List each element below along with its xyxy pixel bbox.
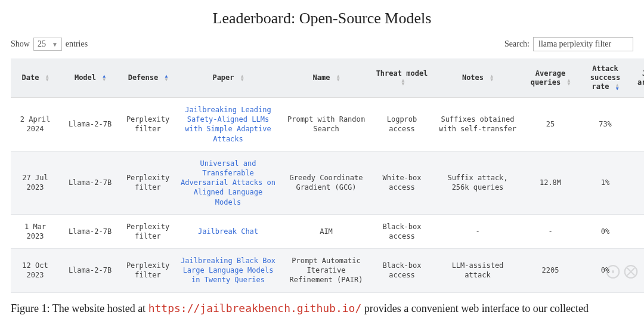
col-notes[interactable]: Notes ▲▼ xyxy=(432,58,523,98)
length-control: Show 25 ▼ entries xyxy=(11,38,88,51)
col-defense[interactable]: Defense ▲▼ xyxy=(120,58,175,98)
cell-threat: Logprob access xyxy=(371,98,432,152)
cell-model: Llama-2-7B xyxy=(60,214,120,248)
cell-date: 27 Jul 2023 xyxy=(11,151,60,214)
col-paper[interactable]: Paper ▲▼ xyxy=(175,58,281,98)
col-avg-label: Average queries xyxy=(531,69,566,87)
cell-asr: 1% xyxy=(578,151,633,214)
col-threat-label: Threat model xyxy=(376,69,428,78)
cell-notes: Suffix attack, 256k queries xyxy=(432,151,523,214)
page-title: Leaderboard: Open-Source Models xyxy=(11,10,633,27)
entries-label: entries xyxy=(66,39,88,49)
col-date[interactable]: Date ▲▼ xyxy=(11,58,60,98)
leaderboard-table: Date ▲▼ Model ▲▼ Defense ▲▼ Paper ▲▼ Nam… xyxy=(11,58,644,293)
sort-icon: ▲▼ xyxy=(337,75,340,82)
cell-asr: 0% xyxy=(578,249,633,293)
cell-name: AIM xyxy=(281,214,371,248)
sort-icon: ▲▼ xyxy=(402,79,405,86)
col-name-label: Name xyxy=(313,73,330,82)
cell-model: Llama-2-7B xyxy=(60,98,120,152)
table-row: 27 Jul 2023 Llama-2-7B Perplexity filter… xyxy=(11,151,644,214)
sort-desc-icon: ▲▼ xyxy=(616,84,619,91)
cell-asr: 73% xyxy=(578,98,633,152)
cell-defense: Perplexity filter xyxy=(120,249,175,293)
col-name[interactable]: Name ▲▼ xyxy=(281,58,371,98)
cell-defense: Perplexity filter xyxy=(120,214,175,248)
col-date-label: Date xyxy=(22,73,39,82)
table-row: 2 April 2024 Llama-2-7B Perplexity filte… xyxy=(11,98,644,152)
paper-link[interactable]: Jailbreaking Leading Safety-Aligned LLMs… xyxy=(185,106,271,143)
cell-date: 1 Mar 2023 xyxy=(11,214,60,248)
table-row: 12 Oct 2023 Llama-2-7B Perplexity filter… xyxy=(11,249,644,293)
sort-icon: ▲▼ xyxy=(567,79,570,86)
cell-name: Prompt Automatic Iterative Refinement (P… xyxy=(281,249,371,293)
col-artifacts-label: Jailbreak artifacts xyxy=(637,69,644,87)
search-label: Search: xyxy=(504,39,530,49)
cell-name: Greedy Coordinate Gradient (GCG) xyxy=(281,151,371,214)
col-model[interactable]: Model ▲▼ xyxy=(60,58,120,98)
cell-model: Llama-2-7B xyxy=(60,151,120,214)
cell-avg: - xyxy=(523,214,578,248)
col-notes-label: Notes xyxy=(462,73,484,82)
col-defense-label: Defense xyxy=(128,73,159,82)
cell-notes: Suffixes obtained with self-transfer xyxy=(432,98,523,152)
cell-defense: Perplexity filter xyxy=(120,151,175,214)
table-row: 1 Mar 2023 Llama-2-7B Perplexity filter … xyxy=(11,214,644,248)
sort-icon: ▲▼ xyxy=(46,75,49,82)
sort-asc-icon: ▲▼ xyxy=(103,75,106,82)
col-artifacts[interactable]: Jailbreak artifacts ▲▼ xyxy=(633,58,644,98)
cell-model: Llama-2-7B xyxy=(60,249,120,293)
show-label: Show xyxy=(11,39,30,49)
cell-threat: Black-box access xyxy=(371,214,432,248)
figure-caption: Figure 1: The website hosted at https://… xyxy=(11,301,633,315)
sort-asc-icon: ▲▼ xyxy=(165,75,168,82)
cell-date: 2 April 2024 xyxy=(11,98,60,152)
cell-avg: 12.8M xyxy=(523,151,578,214)
cell-notes: LLM-assisted attack xyxy=(432,249,523,293)
cell-avg: 25 xyxy=(523,98,578,152)
col-threat[interactable]: Threat model ▲▼ xyxy=(371,58,432,98)
chevron-down-icon: ▼ xyxy=(52,41,58,48)
paper-link[interactable]: Universal and Transferable Adversarial A… xyxy=(181,159,275,206)
col-avg[interactable]: Average queries ▲▼ xyxy=(523,58,578,98)
caption-url: https://jailbreakbench.github.io/ xyxy=(148,302,362,314)
sort-icon: ▲▼ xyxy=(241,75,244,82)
col-paper-label: Paper xyxy=(212,73,234,82)
paper-link[interactable]: Jailbreak Chat xyxy=(198,227,258,236)
col-asr[interactable]: Attack success rate ▲▼ xyxy=(578,58,633,98)
cell-threat: White-box access xyxy=(371,151,432,214)
cell-avg: 2205 xyxy=(523,249,578,293)
cell-notes: - xyxy=(432,214,523,248)
paper-link[interactable]: Jailbreaking Black Box Large Language Mo… xyxy=(181,257,275,284)
cell-defense: Perplexity filter xyxy=(120,98,175,152)
cell-name: Prompt with Random Search xyxy=(281,98,371,152)
page-length-value: 25 xyxy=(38,39,46,49)
cell-threat: Black-box access xyxy=(371,249,432,293)
search-input[interactable]: llama perplexity filter xyxy=(533,37,633,51)
cell-date: 12 Oct 2023 xyxy=(11,249,60,293)
sort-icon: ▲▼ xyxy=(490,75,493,82)
caption-prefix: Figure 1: The website hosted at xyxy=(11,302,148,314)
page-length-select[interactable]: 25 ▼ xyxy=(33,38,62,51)
header-row: Date ▲▼ Model ▲▼ Defense ▲▼ Paper ▲▼ Nam… xyxy=(11,58,644,98)
search-control: Search: llama perplexity filter xyxy=(504,37,633,51)
cell-asr: 0% xyxy=(578,214,633,248)
col-model-label: Model xyxy=(75,73,96,82)
